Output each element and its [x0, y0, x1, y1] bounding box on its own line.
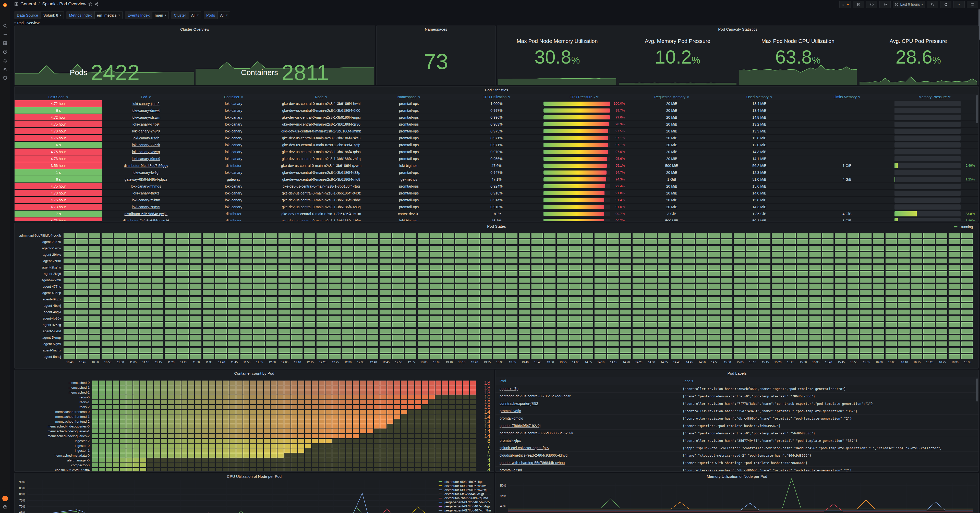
column-header-limits-memory[interactable]: Limits Memory — [803, 94, 891, 100]
heatmap-cell-running — [658, 303, 669, 308]
column-header-namespace[interactable]: Namespace — [365, 94, 453, 100]
filter-funnel-icon[interactable] — [770, 96, 772, 98]
pod-link[interactable]: loki-canary-z5btm — [132, 198, 160, 202]
filter-value-dropdown[interactable]: em_metrics▾ — [94, 11, 123, 19]
help-icon[interactable] — [0, 503, 10, 511]
pod-link[interactable]: querier-7f6b649547-92z2j — [500, 424, 541, 428]
save-dashboard-button[interactable] — [853, 1, 864, 8]
column-header-node[interactable]: Node — [277, 94, 365, 100]
refresh-button[interactable] — [940, 1, 951, 8]
pod-link[interactable]: splunk-otel-collector-agent-fpt6 — [500, 446, 549, 450]
column-header-memory-pressure[interactable]: Memory Pressure — [891, 94, 978, 100]
filter-funnel-icon[interactable] — [66, 96, 68, 98]
pod-link[interactable]: promtail-xjfpx — [500, 438, 521, 443]
filter-value-dropdown[interactable]: Splunk 8▾ — [41, 11, 64, 19]
dashboards-icon[interactable] — [0, 39, 10, 48]
filter-funnel-icon[interactable] — [241, 96, 243, 98]
pod-link[interactable]: promtail-dmglg — [500, 416, 523, 420]
column-header-pod[interactable]: Pod — [102, 94, 190, 100]
panel-title[interactable]: Pod States — [14, 223, 978, 230]
dashboard-settings-button[interactable] — [880, 1, 891, 8]
pod-link[interactable]: promtail-vdfj8 — [500, 409, 521, 413]
pod-link[interactable]: loki-canary-r6tdb — [133, 136, 159, 140]
pod-link[interactable]: loki-canary-sfswm — [132, 115, 160, 119]
star-icon[interactable] — [88, 2, 92, 6]
filter-funnel-icon[interactable] — [149, 96, 151, 98]
legend-item[interactable]: distributor-7bf9f9968d-7q8md — [439, 496, 491, 499]
server-admin-shield-icon[interactable] — [0, 73, 10, 82]
pod-link[interactable]: promtail-c7s8j — [500, 468, 522, 472]
legend-item[interactable]: jaeger-agent-6f7ffdd467-xm7hn — [439, 509, 491, 512]
pod-link[interactable]: loki-canary-jjnm2 — [132, 102, 159, 106]
user-avatar[interactable] — [2, 496, 8, 501]
table-scrollbar[interactable] — [976, 95, 978, 123]
column-header-pod[interactable]: Pod — [495, 377, 679, 385]
table-scrollbar[interactable] — [976, 378, 978, 402]
pod-link[interactable]: distributor-9fcd48dc7-56ggv — [124, 164, 168, 168]
refresh-interval-dropdown[interactable]: ▾ — [953, 1, 965, 8]
page-title[interactable]: Splunk - Pod Overview — [42, 2, 86, 6]
filter-value-dropdown[interactable]: main▾ — [152, 11, 169, 19]
breadcrumb-folder[interactable]: General — [21, 2, 36, 6]
pod-link[interactable]: loki-canary-vcwrg — [132, 150, 160, 154]
pod-link[interactable]: loki-canary-dmwkl — [132, 108, 160, 113]
legend-item[interactable]: jaeger-agent-6f7ffdd467-bvdc5 — [439, 500, 491, 503]
search-icon[interactable] — [0, 21, 10, 30]
snapshot-info-button[interactable] — [866, 1, 877, 8]
column-header-requested-memory[interactable]: Requested Memory — [628, 94, 716, 100]
legend-item[interactable]: distributor-6f98fc5c96-lltpl — [439, 480, 491, 483]
filter-funnel-icon[interactable] — [508, 96, 511, 98]
pod-link[interactable]: loki-canary-lw9gl — [133, 170, 159, 175]
pod-link[interactable]: loki-canary-mhmgs — [131, 184, 161, 188]
column-header-cpu-utilization[interactable]: CPU Utilization — [453, 94, 540, 100]
panel-title[interactable]: Pod Labels — [495, 370, 978, 377]
add-panel-button[interactable]: + — [839, 1, 851, 8]
legend-item[interactable]: distributor-6ff57fdd4c-xt5gf — [439, 492, 491, 496]
column-header-last-seen[interactable]: Last Seen — [14, 94, 102, 100]
alerting-bell-icon[interactable] — [0, 56, 10, 65]
legend-item[interactable]: jaeger-agent-6f7ffdd467-xc4qp — [439, 505, 491, 508]
pod-link[interactable]: conntrack-exporter-j7l52 — [500, 402, 538, 405]
pod-link[interactable]: loki-canary-t9mn9 — [132, 157, 160, 161]
filter-funnel-icon[interactable] — [948, 96, 951, 98]
configuration-gear-icon[interactable] — [0, 65, 10, 73]
filter-funnel-icon[interactable] — [858, 96, 861, 98]
legend-running[interactable]: Running — [954, 225, 973, 229]
kiosk-tv-button[interactable] — [967, 1, 978, 8]
pod-link[interactable]: cloudsql-metrics-read-2-864c9d8665-ldhvd — [500, 453, 568, 457]
panel-title[interactable]: Container count by Pod — [14, 370, 494, 377]
pod-link[interactable]: pentagon-dev-us-central-0-56d968858c-625… — [500, 431, 573, 435]
column-header-used-memory[interactable]: Used Memory — [716, 94, 803, 100]
column-header-container[interactable]: Container — [190, 94, 277, 100]
time-range-picker[interactable]: Last 6 hours ▾ — [893, 1, 925, 8]
pod-link[interactable]: distributor-7cfb6c68bb-ncn26 — [123, 219, 169, 222]
grafana-logo-icon[interactable] — [0, 0, 10, 10]
pod-link[interactable]: pentagon-dev-us-central-0-78645c7dd6-bhj… — [500, 394, 571, 398]
panel-title[interactable]: Pod Statistics — [14, 87, 978, 94]
row-toggle-pod-overview[interactable]: ▾ Pod Overview — [14, 21, 40, 25]
pod-link[interactable]: agent-xrs7g — [500, 387, 519, 391]
legend-item[interactable]: distributor-6f98fc5c96-ww2xj — [439, 488, 491, 491]
create-plus-icon[interactable] — [0, 30, 10, 39]
pod-link[interactable]: gateway-6f564d49b4-jdpzs — [124, 177, 167, 181]
filter-funnel-icon[interactable] — [325, 96, 328, 98]
pod-link[interactable]: loki-canary-2h9r9 — [132, 129, 160, 133]
panel-title[interactable]: Namespaces — [377, 26, 495, 33]
pod-link[interactable]: querier-with-sharding-55c786844b-cvhnq — [500, 461, 565, 465]
filter-funnel-icon[interactable] — [418, 96, 420, 98]
zoom-out-button[interactable] — [927, 1, 938, 8]
column-header-cpu-pressure[interactable]: CPU Pressure ▾ — [541, 94, 628, 100]
filter-value-dropdown[interactable]: All▾ — [218, 11, 230, 19]
pod-link[interactable]: loki-canary-z8q95 — [132, 205, 160, 209]
pod-link[interactable]: distributor-6ff57fdd4c-qwj2t — [124, 212, 168, 216]
filter-value-dropdown[interactable]: All▾ — [189, 11, 201, 19]
share-icon[interactable] — [94, 2, 99, 6]
column-header-labels[interactable]: Labels — [679, 377, 978, 385]
pod-link[interactable]: loki-canary-225zk — [132, 143, 160, 147]
filter-funnel-icon[interactable] — [596, 96, 599, 98]
explore-compass-icon[interactable] — [0, 48, 10, 56]
filter-funnel-icon[interactable] — [687, 96, 689, 98]
pod-link[interactable]: loki-canary-c4b9l — [132, 122, 159, 126]
pod-link[interactable]: loki-canary-th9xs — [132, 191, 159, 195]
legend-item[interactable]: distributor-6f98fc5c96-wskwl — [439, 484, 491, 487]
